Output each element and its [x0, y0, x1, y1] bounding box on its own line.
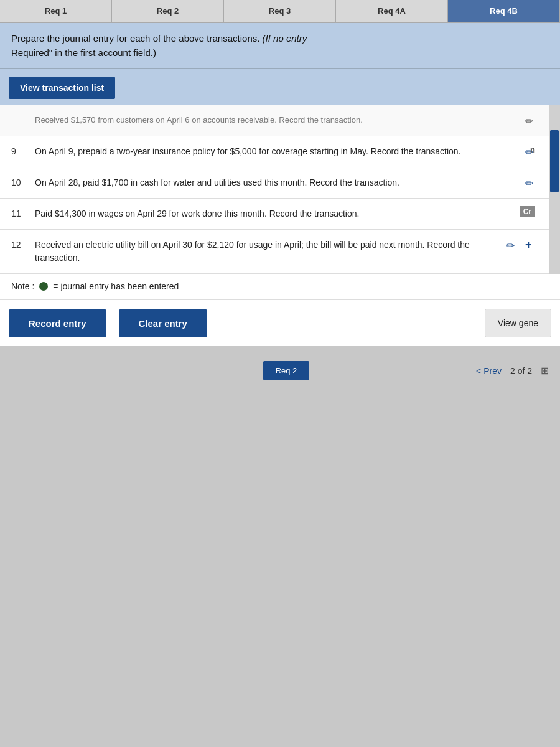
grid-icon: ⊞: [541, 365, 549, 377]
note-prefix: Note :: [11, 281, 34, 291]
transaction-text-prev: Received $1,570 from customers on April …: [35, 114, 519, 126]
page-info: 2 of 2: [510, 366, 532, 376]
view-transaction-button[interactable]: View transaction list: [9, 77, 115, 99]
content-wrapper: Received $1,570 from customers on April …: [0, 105, 560, 274]
edit-icon-12[interactable]: ✏: [506, 240, 519, 251]
edit-icon-prev[interactable]: ✏: [525, 115, 538, 127]
transaction-text-11: Paid $14,300 in wages on April 29 for wo…: [35, 207, 519, 220]
transaction-num-11: 11: [11, 209, 29, 218]
note-dot: [39, 282, 48, 291]
transaction-num-9: 9: [11, 146, 29, 156]
transaction-item-prev: Received $1,570 from customers on April …: [0, 105, 549, 136]
bottom-nav-center: Req 2: [190, 361, 370, 380]
tab-req3[interactable]: Req 3: [224, 0, 336, 22]
transaction-item-10: 10 On April 28, paid $1,700 in cash for …: [0, 167, 549, 199]
main-content: ✕ Received $1,570 from customers on Apri…: [0, 105, 560, 346]
tab-bar: Req 1 Req 2 Req 3 Req 4A Req 4B: [0, 0, 560, 23]
tab-req2[interactable]: Req 2: [112, 0, 224, 22]
bottom-nav: Req 2 < Prev 2 of 2 ⊞: [0, 352, 560, 389]
transaction-text-12: Received an electric utility bill on Apr…: [35, 238, 500, 265]
transaction-item-11: 11 Paid $14,300 in wages on April 29 for…: [0, 199, 549, 230]
instruction-line1: Prepare the journal entry for each of th…: [11, 33, 259, 44]
view-general-button[interactable]: View gene: [485, 309, 551, 337]
button-row: Record entry Clear entry View gene: [0, 299, 560, 346]
tab-req1[interactable]: Req 1: [0, 0, 112, 22]
tab-req4a[interactable]: Req 4A: [336, 0, 448, 22]
scrollbar[interactable]: [549, 105, 560, 274]
items-area: Received $1,570 from customers on April …: [0, 105, 549, 274]
clear-entry-button[interactable]: Clear entry: [119, 309, 207, 337]
n-label: n: [530, 145, 535, 154]
tab-req4b[interactable]: Req 4B: [448, 0, 560, 22]
note-text: = journal entry has been entered: [53, 281, 179, 291]
record-entry-button[interactable]: Record entry: [9, 309, 106, 337]
cr-label: Cr: [520, 206, 535, 217]
instruction-line2: Required" in the first account field.): [11, 47, 156, 58]
prev-button[interactable]: < Prev: [476, 366, 502, 376]
transaction-item-12: 12 Received an electric utility bill on …: [0, 230, 549, 274]
transaction-num-12: 12: [11, 240, 29, 250]
transaction-text-9: On April 9, prepaid a two-year insurance…: [35, 145, 519, 158]
req2-button[interactable]: Req 2: [263, 361, 310, 380]
bottom-right: < Prev 2 of 2 ⊞: [370, 365, 549, 377]
instruction-bar: Prepare the journal entry for each of th…: [0, 23, 560, 69]
edit-icon-10[interactable]: ✏: [525, 177, 538, 189]
transaction-item-9: 9 On April 9, prepaid a two-year insuran…: [0, 136, 549, 167]
note-row: Note : = journal entry has been entered: [0, 274, 560, 299]
plus-icon-12: +: [525, 238, 538, 251]
instruction-italic: (If no entry: [263, 33, 307, 44]
transaction-text-10: On April 28, paid $1,700 in cash for wat…: [35, 176, 519, 189]
scrollbar-thumb: [550, 130, 559, 192]
transaction-num-10: 10: [11, 177, 29, 187]
